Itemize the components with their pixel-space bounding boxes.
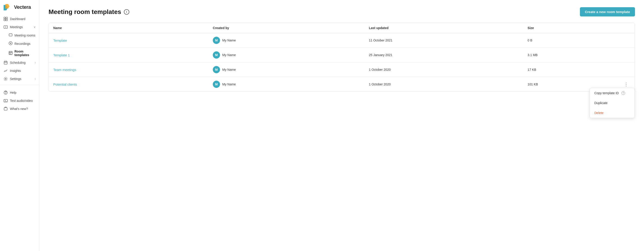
svg-rect-15 bbox=[4, 108, 7, 110]
scheduling-icon bbox=[4, 61, 8, 65]
svg-marker-9 bbox=[10, 43, 12, 44]
menu-item-duplicate[interactable]: Duplicate bbox=[590, 98, 634, 108]
sidebar-item-insights-label: Insights bbox=[10, 69, 21, 72]
recordings-icon bbox=[8, 41, 13, 46]
col-size: Size bbox=[523, 23, 618, 33]
avatar: M bbox=[213, 51, 220, 59]
last-updated-cell: 11 October 2021 bbox=[364, 33, 523, 48]
table-header-row: Name Created by Last updated Size bbox=[49, 23, 635, 33]
avatar: M bbox=[213, 81, 220, 88]
test-icon bbox=[4, 99, 8, 103]
sidebar-item-dashboard-label: Dashboard bbox=[10, 17, 26, 21]
template-name-cell: Template 1 bbox=[49, 48, 208, 62]
menu-item-delete[interactable]: Delete bbox=[590, 108, 634, 118]
avatar: M bbox=[213, 37, 220, 44]
template-link[interactable]: Template bbox=[53, 38, 67, 42]
logo-icon bbox=[4, 4, 12, 10]
info-icon[interactable]: i bbox=[124, 9, 129, 15]
room-templates-icon bbox=[8, 51, 13, 56]
avatar: M bbox=[213, 66, 220, 73]
sidebar-item-dashboard[interactable]: Dashboard bbox=[0, 15, 39, 23]
col-actions bbox=[618, 23, 635, 33]
sidebar-item-meeting-rooms-label: Meeting rooms bbox=[14, 33, 36, 37]
settings-icon bbox=[4, 77, 8, 81]
create-room-template-button[interactable]: Create a new room template bbox=[580, 7, 635, 16]
actions-cell: ⋮Copy template ID?DuplicateDelete bbox=[618, 77, 635, 92]
sidebar-item-settings-label: Settings bbox=[10, 77, 22, 81]
insights-icon bbox=[4, 69, 8, 73]
sidebar-item-test-audio[interactable]: Test audio/video bbox=[0, 97, 39, 105]
created-by-cell: MMy Name bbox=[208, 62, 364, 77]
sidebar-item-recordings[interactable]: Recordings bbox=[0, 39, 39, 48]
table-row: TemplateMMy Name11 October 20210 B bbox=[49, 33, 635, 48]
table-row: Team meetingsMMy Name1 October 202017 KB bbox=[49, 62, 635, 77]
sidebar-item-help[interactable]: Help bbox=[0, 89, 39, 97]
size-cell: 3.1 MB bbox=[523, 48, 618, 62]
dashboard-icon bbox=[4, 17, 8, 21]
copy-template-id-info-icon: ? bbox=[622, 91, 625, 95]
actions-cell bbox=[618, 62, 635, 77]
page-title-row: Meeting room templates i bbox=[48, 8, 129, 15]
sidebar-item-meetings[interactable]: Meetings ∨ bbox=[0, 23, 39, 31]
logo: Vectera bbox=[0, 0, 39, 14]
sidebar-item-whats-new-label: What's new? bbox=[10, 107, 28, 111]
template-link[interactable]: Potential clients bbox=[53, 82, 77, 86]
meetings-icon bbox=[4, 25, 8, 29]
sidebar-item-meeting-rooms[interactable]: Meeting rooms bbox=[0, 31, 39, 39]
sidebar-item-test-label: Test audio/video bbox=[10, 99, 33, 102]
actions-cell bbox=[618, 48, 635, 62]
size-cell: 17 KB bbox=[523, 62, 618, 77]
sidebar: Vectera Dashboard Meetings ∨ Meeting roo… bbox=[0, 0, 40, 251]
page-title: Meeting room templates bbox=[48, 8, 121, 15]
templates-table-container: Name Created by Last updated Size Templa… bbox=[48, 23, 635, 92]
col-created-by: Created by bbox=[208, 23, 364, 33]
main-content: Meeting room templates i Create a new ro… bbox=[40, 0, 644, 251]
creator-name: My Name bbox=[222, 38, 236, 42]
svg-point-12 bbox=[5, 78, 6, 79]
template-link[interactable]: Template 1 bbox=[53, 53, 70, 57]
svg-rect-10 bbox=[9, 51, 12, 54]
table-row: Template 1MMy Name25 January 20213.1 MB bbox=[49, 48, 635, 62]
sidebar-item-meetings-label: Meetings bbox=[10, 25, 23, 29]
creator-name: My Name bbox=[222, 68, 236, 71]
sidebar-bottom: Help Test audio/video What's new? bbox=[0, 87, 39, 116]
svg-rect-7 bbox=[9, 34, 12, 36]
sidebar-item-insights[interactable]: Insights bbox=[0, 67, 39, 75]
svg-rect-4 bbox=[4, 19, 6, 21]
col-last-updated: Last updated bbox=[364, 23, 523, 33]
svg-rect-5 bbox=[6, 19, 8, 21]
last-updated-cell: 25 January 2021 bbox=[364, 48, 523, 62]
table-row: Potential clientsMMy Name1 October 20201… bbox=[49, 77, 635, 92]
sidebar-nav: Dashboard Meetings ∨ Meeting rooms Recor… bbox=[0, 14, 39, 251]
meeting-rooms-icon bbox=[8, 33, 13, 38]
new-icon bbox=[4, 107, 8, 111]
creator-name: My Name bbox=[222, 82, 236, 86]
sidebar-item-help-label: Help bbox=[10, 91, 16, 94]
sidebar-item-settings[interactable]: Settings › bbox=[0, 75, 39, 83]
sidebar-divider bbox=[0, 85, 39, 85]
last-updated-cell: 1 October 2020 bbox=[364, 62, 523, 77]
more-options-button[interactable]: ⋮ bbox=[622, 81, 630, 88]
sidebar-item-room-templates[interactable]: Room templates bbox=[0, 48, 39, 59]
help-icon bbox=[4, 91, 8, 95]
templates-table: Name Created by Last updated Size Templa… bbox=[49, 23, 635, 91]
context-menu: Copy template ID?DuplicateDelete bbox=[590, 88, 635, 118]
template-name-cell: Potential clients bbox=[49, 77, 208, 92]
created-by-cell: MMy Name bbox=[208, 77, 364, 91]
template-name-cell: Team meetings bbox=[49, 62, 208, 77]
actions-cell bbox=[618, 33, 635, 48]
sidebar-item-whats-new[interactable]: What's new? bbox=[0, 105, 39, 113]
template-name-cell: Template bbox=[49, 33, 208, 48]
svg-marker-1 bbox=[6, 4, 10, 8]
sidebar-item-scheduling[interactable]: Scheduling › bbox=[0, 59, 39, 67]
sidebar-item-scheduling-label: Scheduling bbox=[10, 61, 26, 64]
creator-name: My Name bbox=[222, 53, 236, 57]
page-header: Meeting room templates i Create a new ro… bbox=[48, 7, 635, 16]
logo-text: Vectera bbox=[14, 4, 31, 10]
sidebar-item-recordings-label: Recordings bbox=[14, 42, 30, 45]
svg-rect-11 bbox=[4, 61, 7, 64]
chevron-right-icon-settings: › bbox=[35, 77, 36, 80]
menu-item-copy-template-id[interactable]: Copy template ID? bbox=[590, 88, 634, 98]
template-link[interactable]: Team meetings bbox=[53, 68, 76, 72]
sidebar-item-room-templates-label: Room templates bbox=[14, 49, 36, 57]
